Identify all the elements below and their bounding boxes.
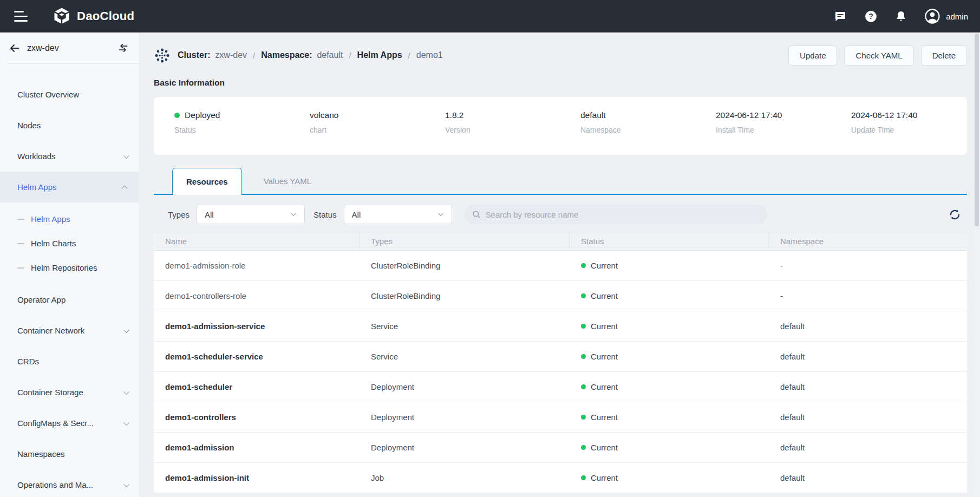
breadcrumb-current: demo1: [416, 50, 443, 60]
sidebar-item[interactable]: Namespaces: [0, 439, 139, 469]
brand[interactable]: DaoCloud: [52, 6, 134, 26]
status-cell: Current: [570, 402, 769, 432]
type-cell: Deployment: [360, 402, 570, 432]
status-dot: [581, 354, 586, 359]
resource-name-link[interactable]: demo1-controllers: [165, 413, 236, 422]
messages-icon[interactable]: [833, 9, 847, 23]
sidebar-item[interactable]: Helm Charts: [0, 231, 139, 256]
update-button[interactable]: Update: [788, 45, 837, 66]
status-text: Current: [591, 413, 618, 422]
breadcrumb: Cluster: zxw-dev / Namespace: default / …: [178, 50, 443, 60]
sidebar-item-label: Operations and Ma...: [17, 480, 93, 489]
chevron-icon: [123, 388, 129, 394]
sidebar-item-label: Container Network: [17, 326, 84, 335]
sidebar-item-label: CRDs: [17, 357, 39, 366]
breadcrumb-section[interactable]: Helm Apps: [357, 50, 402, 60]
resource-name-link[interactable]: demo1-controllers-role: [165, 291, 246, 300]
sidebar-item[interactable]: Container Storage: [0, 377, 139, 408]
help-icon[interactable]: ?: [864, 9, 878, 23]
chevron-icon: [121, 185, 127, 191]
sidebar-item-label: Namespaces: [17, 449, 65, 459]
page-scrollbar[interactable]: [974, 32, 980, 497]
sidebar-item[interactable]: Container Network: [0, 315, 139, 346]
chevron-down-icon: [289, 210, 298, 219]
sidebar-item[interactable]: Operations and Ma...: [0, 469, 139, 497]
sidebar-item[interactable]: Nodes: [0, 110, 139, 141]
chevron-icon: [123, 481, 129, 487]
type-cell: Deployment: [360, 433, 570, 462]
sidebar-item-label: Helm Apps: [17, 182, 57, 192]
namespace-cell: default: [769, 311, 967, 341]
basic-information-title: Basic Information: [154, 78, 967, 88]
info-field-label: chart: [310, 126, 445, 134]
resource-name-link[interactable]: demo1-scheduler-service: [165, 352, 263, 361]
info-field-value: default: [580, 110, 716, 120]
types-select[interactable]: All: [197, 205, 305, 224]
sidebar-item-label: Container Storage: [17, 388, 83, 397]
sidebar-item[interactable]: Helm Apps: [0, 207, 139, 231]
chevron-icon: [123, 326, 129, 332]
sidebar-item[interactable]: Operator App: [0, 284, 139, 315]
status-cell: Current: [570, 433, 769, 462]
sidebar-item-label: Helm Charts: [31, 239, 76, 248]
delete-button[interactable]: Delete: [921, 45, 967, 66]
sidebar-item[interactable]: Workloads: [0, 141, 139, 172]
column-header[interactable]: Types: [360, 232, 570, 250]
breadcrumb-namespace-value[interactable]: default: [317, 50, 343, 60]
back-arrow-icon[interactable]: [9, 42, 21, 54]
tab-values-yaml[interactable]: Values YAML: [242, 168, 333, 194]
sidebar-item[interactable]: Helm Repositories: [0, 256, 139, 280]
resource-name-link[interactable]: demo1-admission: [165, 443, 234, 452]
resource-namespace: default: [780, 413, 805, 422]
chevron-icon: [123, 419, 129, 425]
status-text: Current: [591, 322, 618, 331]
status-select[interactable]: All: [344, 205, 452, 224]
brand-name: DaoCloud: [77, 9, 134, 23]
breadcrumb-cluster-value[interactable]: zxw-dev: [215, 50, 247, 60]
sidebar-item-label: Helm Repositories: [31, 263, 97, 272]
sidebar-item[interactable]: Cluster Overview: [0, 79, 139, 110]
daocloud-logo-icon: [52, 6, 71, 26]
resource-namespace: default: [780, 443, 805, 452]
resource-name-link[interactable]: demo1-admission-service: [165, 322, 265, 331]
sidebar-item[interactable]: CRDs: [0, 346, 139, 377]
page-actions: Update Check YAML Delete: [781, 45, 967, 66]
resource-name-link[interactable]: demo1-admission-init: [165, 473, 249, 482]
resource-type: Service: [371, 322, 398, 331]
info-field: 2024-06-12 17:40 Update Time: [851, 110, 967, 155]
check-yaml-button[interactable]: Check YAML: [844, 45, 913, 66]
resource-type: Service: [371, 352, 398, 361]
resource-name-link[interactable]: demo1-scheduler: [165, 382, 232, 391]
column-header[interactable]: Status: [570, 232, 769, 250]
search-input[interactable]: [486, 210, 760, 219]
resource-type: Job: [371, 473, 384, 482]
resource-name-link[interactable]: demo1-admission-role: [165, 261, 245, 270]
table-row: demo1-controllers-role ClusterRoleBindin…: [154, 281, 967, 311]
info-field-value: Deployed: [174, 110, 310, 120]
menu-icon[interactable]: [14, 11, 28, 22]
info-field-label: Install Time: [716, 126, 851, 134]
info-field: volcano chart: [310, 110, 445, 155]
status-text: Current: [591, 473, 618, 482]
scrollbar-thumb[interactable]: [975, 34, 979, 226]
column-header[interactable]: Namespace: [769, 232, 967, 250]
refresh-icon[interactable]: [948, 208, 962, 221]
types-select-value: All: [205, 210, 214, 219]
namespace-cell: -: [769, 281, 967, 311]
user-menu[interactable]: admin: [924, 8, 968, 24]
status-cell: Current: [570, 342, 769, 371]
sidebar-item[interactable]: Helm Apps: [0, 172, 139, 202]
status-text: Current: [591, 352, 618, 361]
namespace-cell: default: [769, 402, 967, 432]
name-cell: demo1-admission-service: [154, 311, 360, 341]
name-cell: demo1-scheduler: [154, 372, 360, 402]
sub-item-dash-icon: [17, 219, 24, 220]
resource-namespace: default: [780, 352, 805, 361]
column-header[interactable]: Name: [154, 232, 360, 250]
tab-resources[interactable]: Resources: [172, 168, 242, 195]
info-field-label: Update Time: [851, 126, 967, 134]
notifications-bell-icon[interactable]: [894, 9, 908, 23]
sidebar-item[interactable]: ConfigMaps & Secr...: [0, 408, 139, 439]
switch-cluster-icon[interactable]: [117, 42, 129, 54]
sidebar-item-label: Workloads: [17, 152, 56, 161]
